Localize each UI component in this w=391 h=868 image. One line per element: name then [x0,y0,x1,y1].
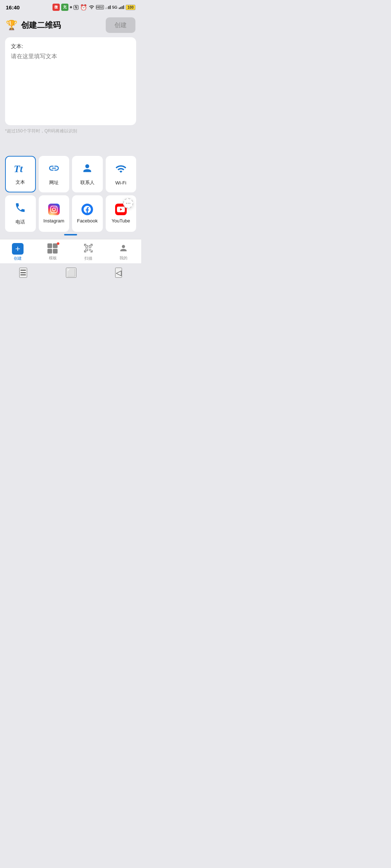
link-icon [48,162,60,176]
nav-create-icon [12,243,24,255]
battery-icon: 100 [126,5,135,10]
category-item-text[interactable]: Tt 文本 [5,156,36,192]
hd2-badge: HD2 [96,5,104,9]
nav-create[interactable]: 创建 [7,243,29,261]
category-grid: Tt 文本 网址 联系人 [5,156,136,232]
nav-templates-label: 模板 [49,255,57,261]
facebook-icon [81,204,93,215]
text-input-card: 文本: [5,37,136,125]
bottom-nav: 创建 模板 扫描 [0,239,141,263]
dot-indicator [70,6,72,8]
instagram-icon [48,204,60,215]
android-menu-button[interactable]: ☰ [19,268,27,278]
android-home-button[interactable]: ⬜ [66,268,76,278]
tt-icon: Tt [14,163,27,176]
bottom-nav-wrapper: 创建 模板 扫描 [0,239,141,282]
app-icon-1: 微 [52,4,60,11]
svg-text:Tt: Tt [14,163,23,174]
status-bar: 16:40 微 充 N ⏰ HD2 5G 100 [0,0,141,13]
create-qr-button[interactable]: 创建 [106,17,135,33]
nav-templates-grid-icon [47,243,58,254]
category-label-text: 文本 [16,179,25,186]
category-item-url[interactable]: 网址 [39,156,70,192]
app-icon-2: 充 [61,4,68,11]
wifi-icon [115,163,127,177]
grid-cell-3 [47,249,52,254]
templates-notification-dot [57,242,59,245]
category-label-youtube: YouTube [112,218,130,224]
signal-bars-2 [119,5,124,9]
category-item-youtube[interactable]: ⋯ YouTube [106,195,136,232]
scroll-bar [64,234,77,235]
category-item-contact[interactable]: 联系人 [72,156,103,192]
header-left: 🏆 创建二维码 [6,20,61,31]
android-nav-bar: ☰ ⬜ ◁ [0,263,141,282]
crown-icon: 🏆 [6,20,17,31]
status-icons: 微 充 N ⏰ HD2 5G 100 [52,4,135,11]
page-title: 创建二维码 [21,20,61,31]
nfc-icon: N [73,5,78,10]
category-label-facebook: Facebook [77,218,98,224]
category-label-phone: 电话 [16,219,25,225]
android-back-button[interactable]: ◁ [115,268,122,278]
warning-text: *超过150个字符时，QR码将难以识别 [5,128,136,134]
alarm-icon: ⏰ [80,4,87,11]
nav-mine-label: 我的 [119,255,127,261]
nav-create-label: 创建 [14,256,22,261]
category-label-wifi: Wi-Fi [115,180,126,186]
nav-mine-icon [119,243,128,254]
signal-bars [105,5,111,9]
nav-templates[interactable]: 模板 [42,243,64,261]
status-time: 16:40 [6,4,20,10]
contact-icon [81,162,93,176]
5g-icon: 5G [112,5,118,9]
scroll-indicator [5,234,136,235]
nav-mine[interactable]: 我的 [113,243,134,261]
category-item-facebook[interactable]: Facebook [72,195,103,232]
category-item-wifi[interactable]: Wi-Fi [106,156,136,192]
category-item-instagram[interactable]: Instagram [39,195,70,232]
nav-templates-icon-wrap [47,243,58,254]
wifi-status-icon [89,4,94,10]
category-label-instagram: Instagram [43,218,64,224]
nav-scan[interactable]: 扫描 [77,243,99,261]
nav-scan-label: 扫描 [84,256,92,261]
header: 🏆 创建二维码 创建 [0,13,141,37]
category-item-phone[interactable]: 电话 [5,195,36,232]
phone-icon [14,202,26,216]
text-label: 文本: [11,43,130,50]
category-label-url: 网址 [49,179,59,186]
grid-cell-4 [53,249,58,254]
grid-cell-1 [47,243,52,248]
category-label-contact: 联系人 [80,179,94,186]
more-options-button[interactable]: ⋯ [123,198,133,208]
category-section: Tt 文本 网址 联系人 [0,156,141,235]
nav-scan-icon [83,243,93,255]
text-input[interactable] [11,53,130,118]
